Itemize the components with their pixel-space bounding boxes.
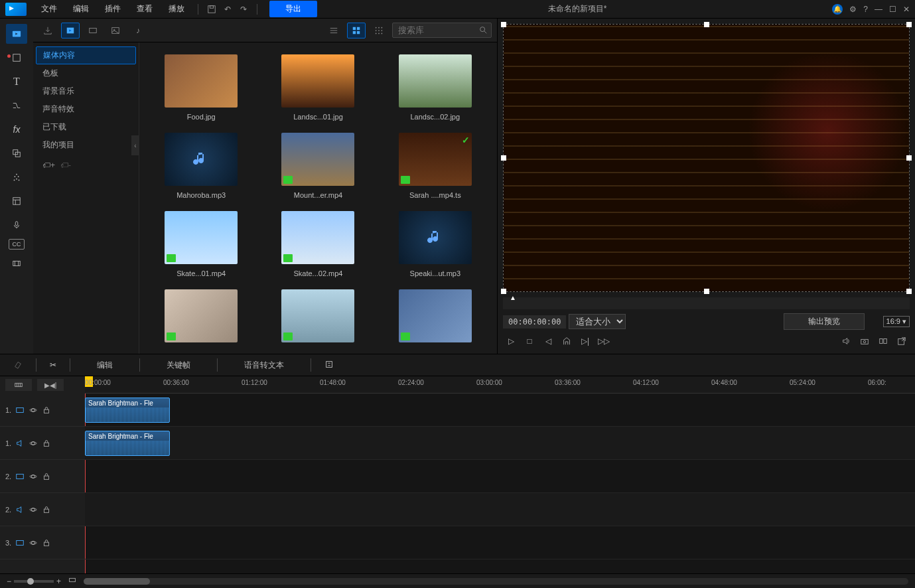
settings-icon[interactable]: ⚙ xyxy=(849,5,857,14)
menu-plugin[interactable]: 插件 xyxy=(98,2,127,16)
rail-overlay-icon[interactable] xyxy=(6,143,27,163)
preview-video[interactable] xyxy=(503,24,910,292)
seek-marker-icon[interactable]: ▲ xyxy=(510,294,516,301)
timeline-ruler[interactable]: 00:00:0000:36:0001:12:0001:48:0002:24:00… xyxy=(85,376,915,394)
prev-frame-icon[interactable]: ◁ xyxy=(540,334,556,348)
zoom-slider[interactable] xyxy=(14,580,54,583)
media-thumb[interactable]: Landsc...02.jpg xyxy=(387,54,484,121)
sidebar-item[interactable]: 媒体内容 xyxy=(36,46,136,64)
visibility-icon[interactable] xyxy=(29,505,38,514)
thumb-image[interactable]: ✓ xyxy=(399,133,472,186)
visibility-icon[interactable] xyxy=(29,405,38,415)
minimize-icon[interactable]: — xyxy=(875,5,882,14)
tool-speech-button[interactable]: 语音转文本 xyxy=(231,358,297,372)
next-frame-icon[interactable]: ▷| xyxy=(577,334,593,348)
media-thumb[interactable]: Skate...01.mp4 xyxy=(153,211,249,277)
media-thumb[interactable]: Landsc...01.jpg xyxy=(269,54,366,121)
thumb-image[interactable] xyxy=(399,54,472,108)
resize-handle-se[interactable] xyxy=(906,289,912,294)
media-thumb[interactable] xyxy=(269,289,366,348)
resize-handle-n[interactable] xyxy=(704,22,709,27)
rail-template-icon[interactable] xyxy=(6,191,27,211)
media-thumb[interactable]: Skate...02.mp4 xyxy=(269,211,366,277)
import-icon[interactable] xyxy=(38,23,57,38)
visibility-icon[interactable] xyxy=(29,538,38,548)
sidebar-item[interactable]: 声音特效 xyxy=(33,100,139,118)
redo-icon[interactable]: ↷ xyxy=(237,3,250,16)
filter-video-icon[interactable] xyxy=(84,23,102,38)
track-lane[interactable] xyxy=(85,460,915,493)
rail-text-icon[interactable]: T xyxy=(6,72,27,92)
search-icon[interactable] xyxy=(478,25,488,35)
thumb-image[interactable] xyxy=(281,133,354,186)
view-list-icon[interactable] xyxy=(324,23,343,38)
media-thumb[interactable]: Food.jpg xyxy=(153,54,249,121)
track-header[interactable]: 1. xyxy=(0,427,85,460)
maximize-icon[interactable]: ☐ xyxy=(889,5,896,14)
filter-audio-icon[interactable]: ♪ xyxy=(129,23,147,38)
track-lane[interactable]: Sarah Brightman - Fle xyxy=(85,427,915,460)
lock-icon[interactable] xyxy=(42,505,51,514)
filter-all-icon[interactable] xyxy=(61,23,80,38)
timeline-scroll[interactable] xyxy=(84,578,908,585)
media-thumb[interactable]: Mount...er.mp4 xyxy=(269,133,366,199)
zoom-out-icon[interactable]: − xyxy=(7,577,11,586)
rail-chapter-icon[interactable] xyxy=(6,254,27,273)
menu-edit[interactable]: 编辑 xyxy=(66,2,96,16)
tag-remove-icon[interactable]: 🏷- xyxy=(60,161,71,170)
popout-icon[interactable] xyxy=(894,334,910,348)
visibility-icon[interactable] xyxy=(29,472,38,481)
rail-transition-icon[interactable] xyxy=(6,96,27,115)
app-logo-icon[interactable] xyxy=(5,3,27,16)
search-input[interactable] xyxy=(392,23,492,38)
sidebar-item[interactable]: 色板 xyxy=(33,64,139,82)
help-icon[interactable]: ? xyxy=(863,5,868,14)
media-thumb[interactable] xyxy=(153,289,249,348)
rail-record-icon[interactable] xyxy=(6,48,27,68)
volume-icon[interactable] xyxy=(838,334,854,348)
tool-edit-button[interactable]: 编辑 xyxy=(84,358,126,372)
menu-view[interactable]: 查看 xyxy=(130,2,159,16)
lock-icon[interactable] xyxy=(42,472,51,481)
track-lane[interactable]: Sarah Brightman - Fle xyxy=(85,394,915,427)
track-header[interactable]: 2. xyxy=(0,460,85,493)
timeline-tool-b-icon[interactable]: ▶◀| xyxy=(37,379,64,391)
mark-in-icon[interactable] xyxy=(559,334,575,348)
resize-handle-w[interactable] xyxy=(501,155,506,161)
fit-select[interactable]: 适合大小 xyxy=(569,314,626,329)
timeline-clip[interactable]: Sarah Brightman - Fle xyxy=(85,431,170,456)
rail-particle-icon[interactable] xyxy=(6,167,27,187)
sidebar-item[interactable]: 我的项目 xyxy=(33,136,139,154)
snapshot-icon[interactable] xyxy=(857,334,873,348)
filter-image-icon[interactable] xyxy=(106,23,125,38)
thumb-image[interactable] xyxy=(165,211,238,264)
thumb-image[interactable] xyxy=(281,289,354,342)
sidebar-item[interactable]: 已下载 xyxy=(33,118,139,136)
sidebar-item[interactable]: 背景音乐 xyxy=(33,82,139,100)
eraser-icon[interactable] xyxy=(13,360,23,371)
lock-icon[interactable] xyxy=(42,538,51,548)
track-lane[interactable] xyxy=(85,526,915,559)
track-lane[interactable] xyxy=(85,493,915,526)
thumb-image[interactable] xyxy=(165,54,238,108)
timeline-clip[interactable]: Sarah Brightman - Fle xyxy=(85,398,170,423)
cut-icon[interactable]: ✂ xyxy=(50,360,56,370)
visibility-icon[interactable] xyxy=(29,439,38,448)
output-preview-button[interactable]: 输出预览 xyxy=(784,313,865,330)
tag-add-icon[interactable]: 🏷+ xyxy=(42,161,55,170)
thumb-image[interactable] xyxy=(165,133,238,186)
zoom-in-icon[interactable]: + xyxy=(56,577,61,586)
rail-fx-icon[interactable]: fx xyxy=(6,119,27,139)
resize-handle-ne[interactable] xyxy=(906,22,912,27)
resize-handle-sw[interactable] xyxy=(501,289,506,294)
rail-media-icon[interactable] xyxy=(6,24,27,44)
view-options-icon[interactable] xyxy=(370,23,388,38)
collapse-sidebar-icon[interactable]: ‹ xyxy=(131,135,139,155)
preview-seekbar[interactable]: ▲ xyxy=(503,297,910,309)
media-thumb[interactable]: Mahoroba.mp3 xyxy=(153,133,249,199)
notification-icon[interactable]: 🔔 xyxy=(832,4,843,15)
track-header[interactable]: 3. xyxy=(0,526,85,559)
thumb-image[interactable] xyxy=(281,54,354,108)
zoom-fit-icon[interactable] xyxy=(68,575,77,587)
lock-icon[interactable] xyxy=(42,439,51,448)
